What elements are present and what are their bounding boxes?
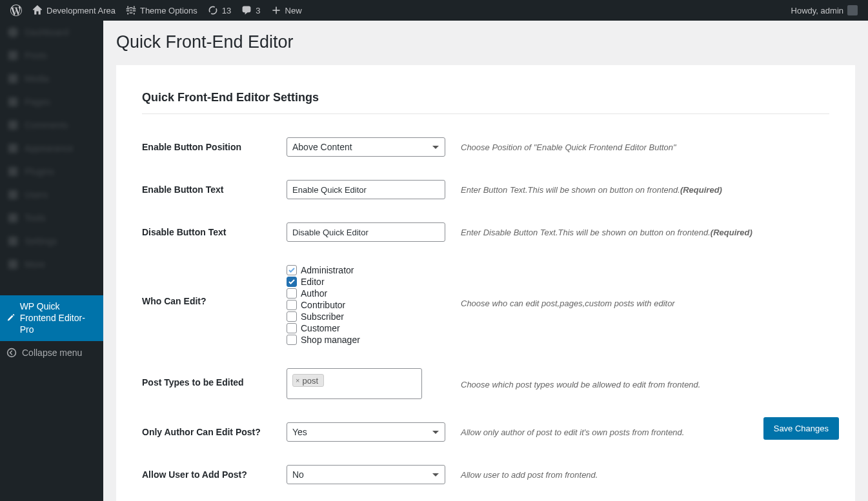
input-enable-text[interactable]: [287, 180, 445, 199]
admin-sidebar: Dashboard Posts Media Pages Comments App…: [0, 21, 103, 501]
site-name: Development Area: [46, 6, 116, 15]
collapse-label: Collapse menu: [22, 348, 82, 358]
role-subscriber[interactable]: Subscriber: [287, 311, 461, 322]
desc-who-can-edit: Choose who can edit post,pages,custom po…: [461, 265, 829, 308]
sidebar-item-hidden: [0, 276, 103, 295]
sidebar-active-label: WP Quick Frontend Editor-Pro: [20, 300, 97, 336]
sidebar-item-hidden: Comments: [0, 113, 103, 137]
sidebar-item-hidden: Media: [0, 67, 103, 90]
label-enable-text: Enable Button Text: [142, 184, 287, 195]
wordpress-icon: [10, 5, 22, 16]
plus-icon: [271, 5, 281, 15]
svg-rect-9: [8, 237, 17, 246]
label-disable-text: Disable Button Text: [142, 227, 287, 237]
svg-rect-3: [8, 97, 17, 106]
tag-post[interactable]: × post: [292, 374, 324, 387]
checkbox-shop-manager[interactable]: [287, 335, 297, 345]
theme-options-link[interactable]: Theme Options: [121, 0, 203, 21]
save-changes-button[interactable]: Save Changes: [763, 417, 839, 440]
svg-rect-5: [8, 144, 17, 153]
dashboard-icon: [6, 26, 19, 39]
collapse-menu[interactable]: Collapse menu: [0, 341, 103, 364]
select-only-author[interactable]: Yes: [287, 422, 445, 442]
page-title: Quick Front-End Editor: [116, 27, 855, 52]
role-shop-manager[interactable]: Shop manager: [287, 335, 461, 345]
update-icon: [208, 5, 218, 15]
desc-post-types: Choose which post types would be allowed…: [461, 368, 829, 389]
row-enable-text: Enable Button Text Enter Button Text.Thi…: [142, 180, 829, 199]
select-enable-position[interactable]: Above Content: [287, 137, 445, 157]
input-disable-text[interactable]: [287, 222, 445, 242]
row-enable-position: Enable Button Position Above Content Cho…: [142, 137, 829, 157]
svg-rect-4: [8, 121, 17, 130]
account-link[interactable]: Howdy, admin: [786, 0, 863, 21]
comments-link[interactable]: 3: [236, 0, 265, 21]
sidebar-item-dashboard[interactable]: Dashboard: [0, 21, 103, 44]
row-disable-text: Disable Button Text Enter Disable Button…: [142, 222, 829, 242]
collapse-icon: [6, 348, 17, 358]
checkbox-contributor[interactable]: [287, 300, 297, 310]
label-allow-add: Allow User to Add Post?: [142, 469, 287, 480]
sidebar-item-hidden: Settings: [0, 230, 103, 253]
role-customer[interactable]: Customer: [287, 323, 461, 333]
settings-card: Quick Front-End Editor Settings Enable B…: [116, 65, 855, 501]
role-editor[interactable]: Editor: [287, 277, 461, 287]
sidebar-item-hidden: Plugins: [0, 160, 103, 183]
desc-enable-text: Enter Button Text.This will be shown on …: [461, 185, 829, 195]
svg-rect-2: [8, 74, 17, 83]
updates-link[interactable]: 13: [203, 0, 236, 21]
row-post-types: Post Types to be Edited × post Choose wh…: [142, 368, 829, 399]
sidebar-item-hidden: Tools: [0, 206, 103, 230]
checkbox-subscriber[interactable]: [287, 311, 297, 322]
role-administrator[interactable]: Administrator: [287, 265, 461, 275]
label-who-can-edit: Who Can Edit?: [142, 265, 287, 306]
svg-rect-7: [8, 190, 17, 199]
row-only-author: Only Author Can Edit Post? Yes Allow onl…: [142, 422, 829, 442]
settings-heading: Quick Front-End Editor Settings: [142, 91, 829, 114]
svg-point-0: [8, 27, 18, 37]
greeting: Howdy, admin: [791, 6, 843, 15]
desc-enable-position: Choose Position of "Enable Quick Fronten…: [461, 142, 829, 152]
new-label: New: [285, 6, 302, 15]
checkbox-editor[interactable]: [287, 277, 297, 287]
checkbox-administrator[interactable]: [287, 265, 297, 275]
post-types-input[interactable]: × post: [287, 368, 422, 399]
sidebar-item-quick-frontend-editor[interactable]: WP Quick Frontend Editor-Pro: [0, 295, 103, 341]
sidebar-item-hidden: Posts: [0, 44, 103, 67]
svg-rect-6: [8, 167, 17, 176]
updates-count: 13: [222, 6, 231, 15]
role-contributor[interactable]: Contributor: [287, 300, 461, 310]
sidebar-item-hidden: Pages: [0, 90, 103, 113]
sidebar-item-hidden: Users: [0, 183, 103, 206]
label-enable-position: Enable Button Position: [142, 142, 287, 152]
wp-logo[interactable]: [5, 0, 27, 21]
avatar: [847, 5, 858, 15]
comment-icon: [241, 5, 252, 15]
theme-options-label: Theme Options: [140, 6, 197, 15]
select-allow-add[interactable]: No: [287, 465, 445, 484]
desc-allow-add: Allow user to add post from frontend.: [461, 470, 829, 480]
checkbox-author[interactable]: [287, 288, 297, 299]
row-who-can-edit: Who Can Edit? Administrator Editor: [142, 265, 829, 345]
row-allow-add: Allow User to Add Post? No Allow user to…: [142, 465, 829, 484]
svg-rect-8: [8, 213, 17, 222]
new-link[interactable]: New: [266, 0, 307, 21]
check-icon: [288, 279, 295, 285]
remove-tag-icon[interactable]: ×: [296, 377, 299, 384]
sliders-icon: [126, 5, 136, 15]
checkbox-customer[interactable]: [287, 323, 297, 333]
pencil-icon: [6, 311, 15, 324]
home-icon: [32, 5, 43, 15]
svg-rect-1: [8, 51, 17, 60]
comments-count: 3: [256, 6, 260, 15]
svg-point-11: [8, 348, 16, 357]
sidebar-item-hidden: More: [0, 253, 103, 276]
role-author[interactable]: Author: [287, 288, 461, 299]
site-name-link[interactable]: Development Area: [27, 0, 121, 21]
check-icon: [288, 267, 295, 273]
desc-disable-text: Enter Disable Button Text.This will be s…: [461, 228, 829, 237]
label-post-types: Post Types to be Edited: [142, 368, 287, 388]
sidebar-item-hidden: Appearance: [0, 137, 103, 160]
label-only-author: Only Author Can Edit Post?: [142, 427, 287, 437]
svg-rect-10: [8, 260, 17, 269]
